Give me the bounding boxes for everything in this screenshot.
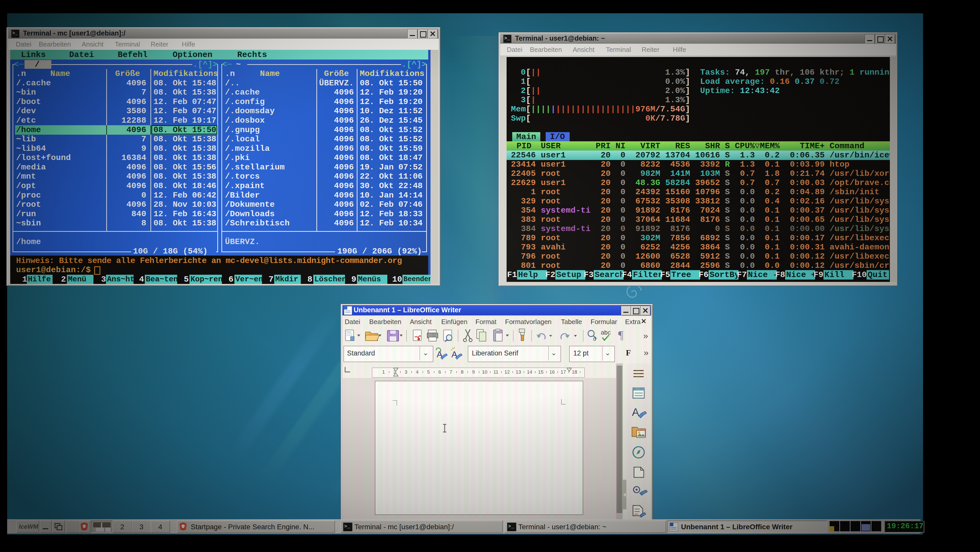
- svg-text:7: 7: [450, 369, 452, 375]
- svg-text:9: 9: [472, 369, 475, 375]
- svg-text:3: 3: [405, 369, 407, 375]
- svg-text:»: »: [643, 331, 648, 340]
- svg-text:d: d: [593, 336, 596, 342]
- svg-text:abc: abc: [601, 329, 611, 336]
- svg-text:8: 8: [461, 369, 464, 375]
- svg-text:10: 10: [482, 369, 487, 375]
- svg-text:13: 13: [515, 369, 521, 375]
- svg-text:¶: ¶: [618, 329, 624, 342]
- svg-text:18: 18: [572, 369, 577, 375]
- svg-text:5: 5: [427, 369, 430, 375]
- svg-text:14: 14: [527, 369, 532, 375]
- svg-text:A: A: [632, 406, 639, 418]
- svg-text:15: 15: [538, 369, 543, 375]
- svg-text:4: 4: [416, 369, 419, 375]
- svg-text:11: 11: [493, 369, 498, 375]
- svg-text:17: 17: [560, 369, 566, 375]
- svg-text:12: 12: [504, 369, 510, 375]
- svg-text:16: 16: [549, 369, 555, 375]
- svg-text:1: 1: [382, 369, 385, 375]
- svg-text:6: 6: [438, 369, 441, 375]
